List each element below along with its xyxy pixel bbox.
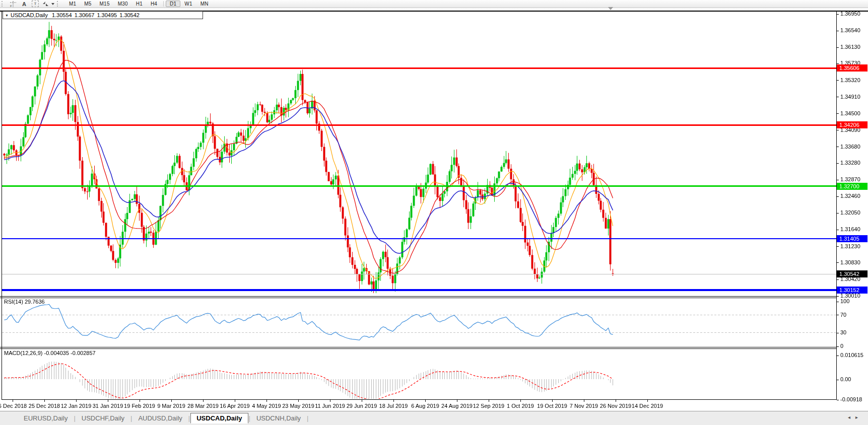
price-level-line[interactable] xyxy=(2,238,836,239)
price-axis-tick: 1.34910 xyxy=(837,94,860,100)
chart-tab-bar: EURUSD,Daily|USDCHF,Daily|AUDUSD,Daily|U… xyxy=(0,411,868,425)
symbol-title-box: ▼ USDCAD,Daily 1.30554 1.30667 1.30495 1… xyxy=(3,11,203,19)
chart-tab-eurusd[interactable]: EURUSD,Daily xyxy=(18,413,73,423)
date-axis-tick xyxy=(76,400,77,402)
timeframe-w1-button[interactable]: W1 xyxy=(180,1,196,7)
open-value: 1.30554 xyxy=(52,12,72,18)
high-value: 1.30667 xyxy=(75,12,95,18)
price-axis-tick: 1.31640 xyxy=(837,226,860,232)
macd-axis-tick: -0.00918 xyxy=(837,396,862,402)
chart-tab-usdcad[interactable]: USDCAD,Daily xyxy=(190,413,248,423)
date-axis-tick xyxy=(457,400,457,402)
price-level-line[interactable] xyxy=(2,124,836,126)
date-axis-label: 14 Dec 2019 xyxy=(632,403,663,409)
rsi-macd-separator-b[interactable] xyxy=(0,348,836,349)
timeframe-m1-button[interactable]: M1 xyxy=(65,1,80,7)
timeframe-m15-button[interactable]: M15 xyxy=(96,1,114,7)
price-axis-tick: 1.32460 xyxy=(837,193,860,199)
toolbar-grip[interactable] xyxy=(2,1,5,7)
date-axis-label: 19 Feb 2019 xyxy=(124,403,155,409)
date-axis-tick xyxy=(616,400,616,402)
timeframe-d1-button[interactable]: D1 xyxy=(166,1,180,7)
date-axis-label: 6 Aug 2019 xyxy=(411,403,439,409)
chart-tab-audusd[interactable]: AUDUSD,Daily xyxy=(132,413,187,423)
date-axis-label: 4 May 2019 xyxy=(252,403,281,409)
rsi-axis-tick: 30 xyxy=(837,329,846,335)
macd-label: MACD(12,26,9) -0.004035 -0.002857 xyxy=(4,350,96,356)
svg-text:F: F xyxy=(10,5,12,8)
text-t-icon: T xyxy=(32,1,39,7)
timeframe-h1-button[interactable]: H1 xyxy=(132,1,147,7)
date-axis-label: 28 Mar 2019 xyxy=(187,403,219,409)
price-axis-tick: 1.33280 xyxy=(837,160,860,166)
chart-shift-marker-icon[interactable] xyxy=(608,7,613,10)
price-level-line[interactable] xyxy=(2,289,836,291)
timeframe-m30-button[interactable]: M30 xyxy=(114,1,132,7)
label-a-icon: A xyxy=(22,1,26,7)
tab-separator: | xyxy=(307,414,308,422)
date-axis-label: 1 Oct 2019 xyxy=(507,403,534,409)
arrows-dropdown-caret-icon[interactable] xyxy=(51,3,54,5)
current-price-badge: 1.30542 xyxy=(837,270,867,277)
date-axis-label: 25 Dec 2018 xyxy=(29,403,60,409)
price-level-line[interactable] xyxy=(2,185,836,187)
macd-axis-tick: 0.010615 xyxy=(837,352,863,358)
chart-tabs: EURUSD,Daily|USDCHF,Daily|AUDUSD,Daily|U… xyxy=(18,413,309,423)
date-axis-label: 18 Jul 2019 xyxy=(379,403,408,409)
date-axis-label: 12 Jan 2019 xyxy=(61,403,92,409)
date-axis-line[interactable] xyxy=(2,399,837,400)
chart-tab-usdcnh[interactable]: USDCNH,Daily xyxy=(251,413,306,423)
tab-separator: | xyxy=(249,414,250,422)
tab-scroll-right-icon[interactable]: ▸ xyxy=(855,414,863,420)
date-axis-label: 16 Apr 2019 xyxy=(220,403,249,409)
price-axis-tick: 1.36130 xyxy=(837,44,860,50)
price-level-line[interactable] xyxy=(2,67,836,69)
toolbar-grip2[interactable] xyxy=(57,1,60,7)
date-axis-tick xyxy=(235,400,235,402)
close-value: 1.30542 xyxy=(119,12,140,18)
date-axis-label: 29 Jun 2019 xyxy=(347,403,377,409)
price-axis-tick: 1.31230 xyxy=(837,243,860,249)
top-toolbar: F A T M1M5M15M30H1H4D1W1MN xyxy=(0,0,868,8)
date-axis-tick xyxy=(140,400,140,402)
text-tool-button[interactable]: T xyxy=(31,1,40,8)
date-axis-tick xyxy=(647,400,648,402)
price-axis-tick: 1.32050 xyxy=(837,209,860,216)
timeframe-h4-button[interactable]: H4 xyxy=(147,1,161,7)
tab-scroll-left-icon[interactable]: ◂ xyxy=(848,414,855,420)
date-axis-label: 7 Nov 2019 xyxy=(570,403,598,409)
date-axis-tick xyxy=(298,400,299,402)
price-level-badge: 1.35606 xyxy=(837,64,867,72)
tab-separator: | xyxy=(74,414,75,422)
price-axis-tick: 1.35320 xyxy=(837,77,860,83)
date-axis-label: 9 Mar 2019 xyxy=(157,403,185,409)
date-axis-label: 19 Oct 2019 xyxy=(537,403,567,409)
price-axis-tick: 1.34500 xyxy=(837,110,860,116)
chart-tab-usdchf[interactable]: USDCHF,Daily xyxy=(76,413,130,423)
timeframe-m5-button[interactable]: M5 xyxy=(80,1,95,7)
date-axis-label: 6 Dec 2018 xyxy=(0,403,27,409)
timeframe-mn-button[interactable]: MN xyxy=(196,1,213,7)
main-rsi-separator-a[interactable] xyxy=(0,296,836,297)
tab-separator: | xyxy=(130,414,132,422)
date-axis-label: 24 Aug 2019 xyxy=(441,403,473,409)
price-axis-tick: 1.36950 xyxy=(837,11,860,17)
current-price-line xyxy=(2,274,836,274)
price-axis-tick: 1.33680 xyxy=(837,144,860,150)
price-level-badge: 1.31405 xyxy=(837,235,867,242)
date-axis-label: 26 Nov 2019 xyxy=(600,403,631,409)
arrows-tool-button[interactable] xyxy=(42,1,54,8)
price-chart-canvas[interactable] xyxy=(0,0,868,425)
collapse-caret-icon[interactable]: ▼ xyxy=(5,14,9,17)
date-axis-tick xyxy=(171,400,172,402)
date-axis-label: 23 May 2019 xyxy=(282,403,314,409)
date-axis-tick xyxy=(520,400,521,402)
timeframe-buttons: M1M5M15M30H1H4D1W1MN xyxy=(65,1,213,7)
tab-separator: | xyxy=(188,414,190,422)
rsi-axis-tick: 70 xyxy=(837,312,846,318)
rsi-macd-separator-a[interactable] xyxy=(0,347,836,347)
main-rsi-separator-b[interactable] xyxy=(0,298,836,298)
label-tool-button[interactable]: A xyxy=(20,1,29,8)
crosshair-tool-button[interactable]: F xyxy=(9,1,18,8)
toolbar-separator xyxy=(163,1,164,7)
